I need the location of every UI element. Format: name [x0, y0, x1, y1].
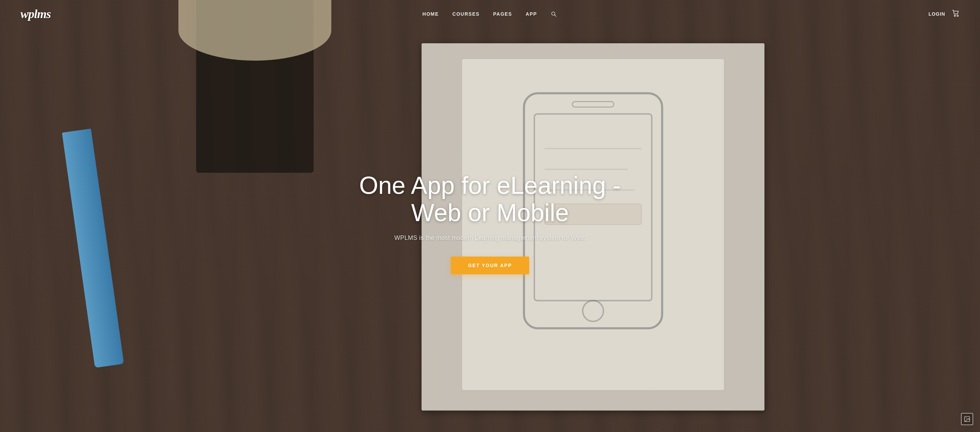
hero-content: One App for eLearning - Web or Mobile WP… — [0, 14, 980, 432]
image-icon[interactable] — [961, 413, 973, 425]
hero-title: One App for eLearning - Web or Mobile — [337, 172, 643, 226]
cta-button[interactable]: GET YOUR APP — [451, 257, 529, 274]
hero-subtitle: WPLMS is the most modern Learning manage… — [394, 234, 586, 242]
hero-section: wplms HOME COURSES PAGES APP LOGIN — [0, 0, 980, 432]
svg-point-14 — [966, 418, 967, 419]
